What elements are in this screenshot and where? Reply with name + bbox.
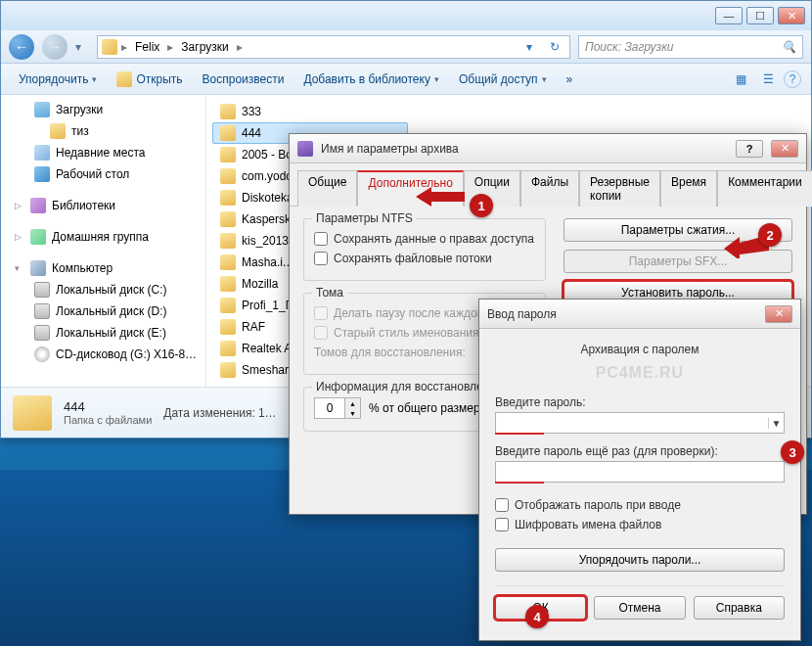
percent-spinner[interactable]: ▲▼ — [314, 397, 361, 419]
libraries-icon — [30, 198, 46, 213]
sidebar-item-recent[interactable]: Недавние места — [1, 142, 205, 163]
ntfs-group: Параметры NTFS Сохранять данные о правах… — [303, 218, 546, 281]
callout-2: 2 — [758, 223, 782, 247]
callout-4: 4 — [525, 605, 549, 628]
collapse-icon[interactable]: ▾ — [15, 263, 24, 273]
share-menu[interactable]: Общий доступ — [451, 69, 555, 90]
sidebar-item-disk-d[interactable]: Локальный диск (D:) — [1, 300, 205, 322]
folder-icon — [220, 168, 236, 184]
password-repeat-input[interactable] — [495, 461, 785, 483]
maximize-button[interactable]: ☐ — [746, 7, 774, 24]
search-icon: 🔍 — [782, 40, 796, 54]
file-item[interactable]: 333 — [212, 101, 408, 122]
sidebar-item-desktop[interactable]: Рабочий стол — [1, 163, 205, 185]
more-button[interactable]: » — [559, 69, 581, 90]
help-button[interactable]: Справка — [694, 596, 785, 620]
preview-pane-button[interactable]: ☰ — [756, 69, 780, 90]
file-label: RAF — [242, 320, 265, 334]
arrow-icon — [416, 184, 465, 209]
folder-icon — [220, 254, 236, 270]
help-button[interactable]: ? — [784, 70, 801, 88]
search-input[interactable]: Поиск: Загрузки 🔍 — [578, 35, 803, 59]
checkbox-encrypt-names[interactable]: Шифровать имена файлов — [495, 515, 785, 534]
breadcrumb-item[interactable]: Felix — [131, 38, 163, 56]
group-title: Тома — [312, 286, 347, 300]
tab-общие[interactable]: Общие — [297, 170, 357, 207]
file-label: 444 — [242, 126, 261, 140]
spin-up[interactable]: ▲ — [344, 398, 360, 408]
chevron-down-icon[interactable]: ▼ — [768, 418, 784, 429]
add-library-menu[interactable]: Добавить в библиотеку — [295, 69, 447, 90]
cancel-button[interactable]: Отмена — [594, 596, 685, 620]
details-subtitle: Папка с файлами — [64, 414, 152, 426]
tab-файлы[interactable]: Файлы — [520, 170, 579, 207]
expand-icon[interactable]: ▷ — [15, 201, 24, 210]
explorer-titlebar: — ☐ ✕ — [1, 1, 811, 30]
breadcrumb-item[interactable]: Загрузки — [177, 38, 232, 56]
tab-резервные копии[interactable]: Резервные копии — [579, 170, 660, 207]
homegroup-icon — [30, 229, 46, 245]
sidebar-item-tiz[interactable]: тиз — [1, 120, 205, 142]
folder-icon — [220, 233, 236, 249]
close-button[interactable]: ✕ — [778, 7, 805, 24]
search-placeholder: Поиск: Загрузки — [585, 40, 674, 54]
breadcrumb-dropdown[interactable]: ▾ — [519, 40, 540, 54]
percent-input[interactable] — [315, 398, 344, 418]
tab-комментарии[interactable]: Комментарии — [717, 170, 812, 207]
password-header: Архивация с паролем — [495, 343, 785, 356]
password-input[interactable]: ▼ — [495, 412, 785, 434]
back-button[interactable]: ← — [9, 34, 34, 60]
folder-icon — [220, 298, 236, 313]
disk-icon — [34, 325, 50, 341]
expand-icon[interactable]: ▷ — [15, 232, 24, 242]
recent-icon — [34, 145, 50, 161]
close-button[interactable]: ✕ — [771, 140, 798, 158]
computer-icon — [30, 260, 46, 276]
nav-bar: ← → ▾ ▸ Felix ▸ Загрузки ▸ ▾ ↻ Поиск: За… — [1, 30, 811, 64]
play-button[interactable]: Воспроизвести — [195, 69, 293, 90]
sidebar-item-homegroup[interactable]: ▷Домашняя группа — [1, 226, 205, 248]
breadcrumb[interactable]: ▸ Felix ▸ Загрузки ▸ ▾ ↻ — [97, 35, 570, 59]
checkbox-save-rights[interactable]: Сохранять данные о правах доступа — [314, 229, 535, 249]
nav-history-dropdown[interactable]: ▾ — [75, 40, 89, 54]
forward-button[interactable]: → — [42, 34, 68, 60]
organize-passwords-button[interactable]: Упорядочить пароли... — [495, 548, 785, 572]
desktop-icon — [34, 166, 50, 182]
sidebar-item-disk-e[interactable]: Локальный диск (E:) — [1, 322, 205, 344]
group-title: Информация для восстановления — [312, 380, 507, 393]
close-button[interactable]: ✕ — [765, 305, 792, 323]
checkbox-show-password[interactable]: Отображать пароль при вводе — [495, 495, 785, 515]
sidebar-item-dvd[interactable]: CD-дисковод (G:) X16-8… — [1, 344, 205, 365]
spin-down[interactable]: ▼ — [344, 408, 360, 418]
checkbox-save-streams[interactable]: Сохранять файловые потоки — [314, 249, 535, 268]
folder-icon — [220, 276, 236, 292]
minimize-button[interactable]: — — [715, 7, 743, 24]
dialog-titlebar[interactable]: Ввод пароля ✕ — [479, 300, 800, 329]
sidebar-item-disk-c[interactable]: Локальный диск (C:) — [1, 279, 205, 300]
open-button[interactable]: Открыть — [109, 68, 190, 91]
file-label: Mozilla — [242, 277, 278, 291]
svg-marker-0 — [416, 187, 465, 207]
refresh-button[interactable]: ↻ — [544, 40, 565, 54]
help-button[interactable]: ? — [736, 140, 763, 158]
tab-время[interactable]: Время — [660, 170, 717, 207]
sidebar-item-computer[interactable]: ▾Компьютер — [1, 257, 205, 279]
repeat-password-label: Введите пароль ещё раз (для проверки): — [495, 444, 785, 458]
file-label: kis_2013 — [242, 234, 289, 248]
password-dialog: Ввод пароля ✕ Архивация с паролем РС4МЕ.… — [478, 299, 801, 641]
view-mode-button[interactable]: ▦ — [729, 69, 752, 90]
sidebar-item-downloads[interactable]: Загрузки — [1, 99, 205, 120]
folder-icon — [116, 71, 132, 87]
dialog-title: Ввод пароля — [487, 307, 757, 321]
watermark-text: РС4МЕ.RU — [495, 364, 785, 382]
downloads-icon — [34, 102, 50, 117]
folder-icon — [50, 123, 66, 139]
folder-icon — [220, 104, 236, 119]
dialog-titlebar[interactable]: Имя и параметры архива ? ✕ — [290, 134, 806, 163]
breadcrumb-sep: ▸ — [167, 40, 173, 54]
toolbar: Упорядочить Открыть Воспроизвести Добави… — [1, 64, 811, 95]
sidebar-item-libraries[interactable]: ▷Библиотеки — [1, 195, 205, 216]
folder-icon — [13, 395, 52, 431]
file-label: 333 — [242, 105, 261, 118]
organize-menu[interactable]: Упорядочить — [11, 69, 105, 90]
